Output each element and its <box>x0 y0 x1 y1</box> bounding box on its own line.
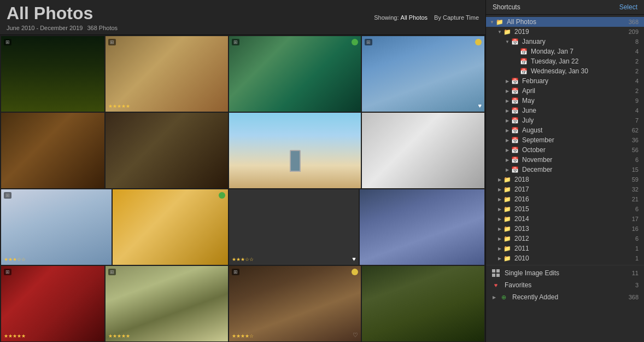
photo-cell[interactable]: ⊞ <box>1 36 104 112</box>
sidebar-header: Shortcuts Select <box>486 0 644 15</box>
chevron-down-icon: ▼ <box>504 39 511 44</box>
photo-cell[interactable]: ⊞ ★★★★☆ ♡ <box>229 266 361 341</box>
tree-item-2012[interactable]: ▶ 📁 2012 6 <box>486 234 644 244</box>
svg-rect-3 <box>496 274 500 277</box>
svg-rect-0 <box>492 269 495 273</box>
folder-icon: 📁 <box>504 235 512 242</box>
photo-cell[interactable] <box>362 113 484 188</box>
recently-added-item[interactable]: ▶ ⊕ Recently Added 368 <box>486 291 644 303</box>
calendar-icon: 📅 <box>511 38 520 45</box>
tree-item-2014[interactable]: ▶ 📁 2014 17 <box>486 214 644 224</box>
year-2013-label: 2013 <box>514 225 632 233</box>
tree-item-july[interactable]: ▶ 📅 July 7 <box>486 115 644 125</box>
showing-value[interactable]: All Photos <box>401 14 428 21</box>
month-july-count: 7 <box>635 117 644 124</box>
chevron-right-icon: ▶ <box>496 256 504 261</box>
month-june-label: June <box>522 107 635 114</box>
tree-item-all-photos[interactable]: ▼ 📁 All Photos 368 <box>486 17 644 27</box>
tree-item-2011[interactable]: ▶ 📁 2011 1 <box>486 244 644 253</box>
tree-item-2010[interactable]: ▶ 📁 2010 1 <box>486 253 644 263</box>
chevron-right-icon: ▶ <box>504 98 511 103</box>
year-2018-label: 2018 <box>514 176 632 183</box>
favorites-label: Favorites <box>505 281 635 289</box>
photo-cell[interactable]: ⊞ ★★★★★ <box>106 266 228 341</box>
tree-item-2017[interactable]: ▶ 📁 2017 32 <box>486 184 644 194</box>
chevron-right-icon: ▶ <box>504 158 511 163</box>
tree-item-2018[interactable]: ▶ 📁 2018 59 <box>486 175 644 184</box>
folder-icon: 📁 <box>504 28 512 36</box>
photo-cell[interactable]: ⊞ <box>229 36 361 112</box>
month-june-count: 4 <box>635 107 644 114</box>
photo-cell[interactable]: ⊞ ★★★★★ <box>1 266 104 341</box>
photo-count: 368 Photos <box>87 25 118 31</box>
chevron-right-icon: ▶ <box>504 148 511 153</box>
photo-cell[interactable] <box>362 266 484 341</box>
all-photos-count: 368 <box>629 19 644 25</box>
photo-cell[interactable]: ★★★☆☆ ♥ <box>229 189 359 265</box>
photo-cell[interactable]: ⊞ ★★★★★ <box>106 36 228 112</box>
folder-icon: 📁 <box>504 216 512 223</box>
chevron-right-icon: ▶ <box>504 79 511 84</box>
page-title: All Photos <box>7 3 118 24</box>
calendar-icon: 📅 <box>520 58 529 65</box>
calendar-icon: 📅 <box>520 68 529 75</box>
select-button[interactable]: Select <box>619 3 637 11</box>
photo-cell[interactable] <box>360 189 484 265</box>
tree-item-june[interactable]: ▶ 📅 June 4 <box>486 106 644 115</box>
tree-item-jan7[interactable]: 📅 Monday, Jan 7 4 <box>486 47 644 56</box>
header-controls: Showing: All Photos By Capture Time <box>374 14 479 21</box>
tree-item-2013[interactable]: ▶ 📁 2013 16 <box>486 224 644 234</box>
photo-header-sub: June 2010 - December 2019 368 Photos <box>7 25 118 31</box>
tree-item-october[interactable]: ▶ 📅 October 56 <box>486 145 644 155</box>
photo-cell[interactable] <box>113 189 228 265</box>
calendar-icon: 📅 <box>511 117 520 124</box>
day-jan22-label: Tuesday, Jan 22 <box>531 57 635 65</box>
single-image-edits-label: Single Image Edits <box>505 269 632 277</box>
chevron-right-icon: ▶ <box>504 118 511 123</box>
favorites-item[interactable]: ♥ Favorites 3 <box>486 279 644 291</box>
tree-item-december[interactable]: ▶ 📅 December 15 <box>486 165 644 175</box>
photo-cell[interactable]: ⊞ ♥ <box>362 36 484 112</box>
tree-item-february[interactable]: ▶ 📅 February 4 <box>486 76 644 86</box>
chevron-right-icon: ▶ <box>504 138 511 143</box>
tree-item-2016[interactable]: ▶ 📁 2016 21 <box>486 194 644 204</box>
tree-item-jan30[interactable]: 📅 Wednesday, Jan 30 2 <box>486 66 644 76</box>
calendar-icon: 📅 <box>511 127 520 134</box>
year-2015-label: 2015 <box>514 205 635 213</box>
tree-item-september[interactable]: ▶ 📅 September 36 <box>486 135 644 145</box>
calendar-icon: 📅 <box>511 97 520 105</box>
tree-item-jan22[interactable]: 📅 Tuesday, Jan 22 2 <box>486 56 644 66</box>
day-jan30-count: 2 <box>635 68 644 74</box>
tree-item-november[interactable]: ▶ 📅 November 6 <box>486 155 644 165</box>
tree-item-2015[interactable]: ▶ 📁 2015 6 <box>486 204 644 214</box>
tree-item-2019[interactable]: ▼ 📁 2019 209 <box>486 27 644 37</box>
photo-cell[interactable] <box>1 113 104 188</box>
photo-header: All Photos June 2010 - December 2019 368… <box>0 0 485 35</box>
year-2017-count: 32 <box>632 186 644 193</box>
tree-item-may[interactable]: ▶ 📅 May 9 <box>486 96 644 106</box>
single-image-edits-item[interactable]: Single Image Edits 11 <box>486 267 644 279</box>
divider <box>486 265 644 265</box>
photo-cell[interactable]: ⊞ ★★★☆☆ <box>1 189 112 265</box>
showing-control[interactable]: Showing: All Photos <box>374 14 428 21</box>
tree-item-april[interactable]: ▶ 📅 April 2 <box>486 86 644 96</box>
chevron-right-icon: ▶ <box>496 197 504 202</box>
month-april-count: 2 <box>635 88 644 94</box>
heart-icon: ♥ <box>490 281 501 289</box>
sort-value[interactable]: By Capture Time <box>434 14 479 21</box>
month-july-label: July <box>522 117 635 124</box>
photo-cell[interactable] <box>229 113 361 188</box>
photo-cell[interactable] <box>106 113 228 188</box>
calendar-icon: 📅 <box>520 48 529 55</box>
month-august-count: 62 <box>632 127 644 134</box>
sort-control[interactable]: By Capture Time <box>434 14 479 21</box>
folder-icon: 📁 <box>504 186 512 193</box>
single-image-edits-count: 11 <box>632 270 640 276</box>
photo-row: ⊞ ★★★☆☆ ★★★☆☆ ♥ <box>1 189 484 265</box>
day-jan7-count: 4 <box>635 48 644 55</box>
year-2011-label: 2011 <box>514 245 635 252</box>
calendar-icon: 📅 <box>511 107 520 114</box>
tree-item-august[interactable]: ▶ 📅 August 62 <box>486 125 644 135</box>
tree-item-january[interactable]: ▼ 📅 January 8 <box>486 37 644 47</box>
showing-label: Showing: <box>374 14 399 21</box>
